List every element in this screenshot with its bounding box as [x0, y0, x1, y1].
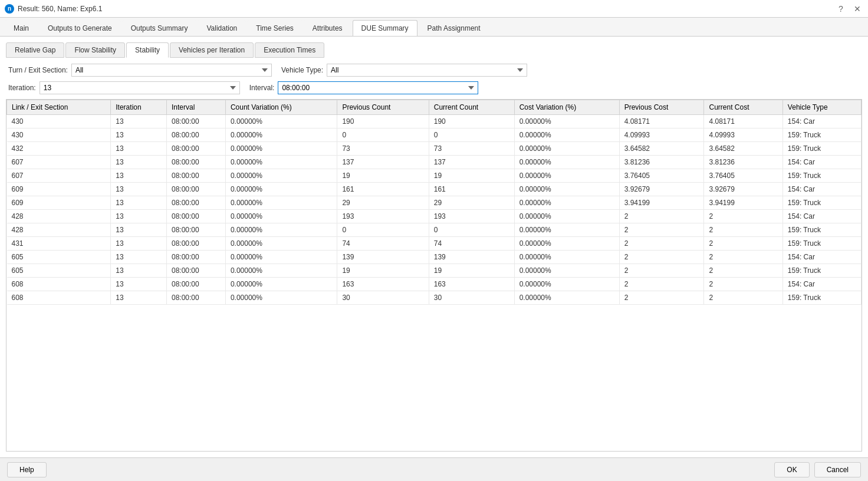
table-cell-12-4: 163	[337, 278, 429, 291]
main-tab-main[interactable]: Main	[5, 20, 38, 36]
table-row: 6091308:00:000.00000%29290.00000%3.94199…	[7, 196, 862, 210]
turn-exit-section-group: Turn / Exit Section: All	[8, 64, 272, 77]
table-cell-8-1: 13	[111, 223, 167, 237]
sub-tab-vehicles-per-iteration[interactable]: Vehicles per Iteration	[170, 42, 254, 58]
table-header-7: Previous Cost	[619, 100, 704, 115]
table-cell-11-6: 0.00000%	[514, 264, 619, 278]
table-cell-1-2: 08:00:00	[166, 129, 225, 142]
table-cell-13-5: 30	[429, 291, 514, 305]
iteration-label: Iteration:	[8, 84, 36, 92]
sub-tab-execution-times[interactable]: Execution Times	[255, 42, 324, 58]
table-header-row: Link / Exit SectionIterationIntervalCoun…	[7, 100, 862, 115]
content-area: Relative GapFlow StabilityStabilityVehic…	[0, 37, 868, 457]
table-header-9: Vehicle Type	[782, 100, 861, 115]
table-cell-10-5: 139	[429, 251, 514, 264]
table-cell-12-1: 13	[111, 278, 167, 291]
table-cell-12-3: 0.00000%	[225, 278, 337, 291]
sub-tab-flow-stability[interactable]: Flow Stability	[65, 42, 125, 58]
table-cell-8-3: 0.00000%	[225, 223, 337, 237]
main-tab-outputs-to-generate[interactable]: Outputs to Generate	[39, 20, 121, 36]
table-cell-8-9: 159: Truck	[782, 223, 861, 237]
table-row: 4311308:00:000.00000%74740.00000%22159: …	[7, 237, 862, 251]
title-bar-buttons: ? ✕	[835, 3, 863, 15]
table-cell-9-5: 74	[429, 237, 514, 251]
table-cell-1-9: 159: Truck	[782, 129, 861, 142]
main-tab-path-assignment[interactable]: Path Assignment	[419, 20, 489, 36]
help-button[interactable]: Help	[7, 462, 47, 477]
table-cell-5-2: 08:00:00	[166, 183, 225, 196]
table-cell-8-4: 0	[337, 223, 429, 237]
table-cell-7-5: 193	[429, 210, 514, 223]
table-cell-3-6: 0.00000%	[514, 156, 619, 169]
table-cell-9-6: 0.00000%	[514, 237, 619, 251]
table-cell-6-0: 609	[7, 196, 111, 210]
table-cell-12-5: 163	[429, 278, 514, 291]
table-cell-4-4: 19	[337, 169, 429, 183]
table-cell-1-0: 430	[7, 129, 111, 142]
table-header-0: Link / Exit Section	[7, 100, 111, 115]
main-tab-due-summary[interactable]: DUE Summary	[353, 20, 417, 36]
table-cell-0-1: 13	[111, 115, 167, 129]
close-title-button[interactable]: ✕	[851, 3, 863, 15]
table-cell-9-8: 2	[704, 237, 782, 251]
sub-tab-relative-gap[interactable]: Relative Gap	[6, 42, 64, 58]
bottom-bar: Help OK Cancel	[0, 457, 868, 481]
table-header-4: Previous Count	[337, 100, 429, 115]
data-table-container: Link / Exit SectionIterationIntervalCoun…	[6, 99, 862, 452]
table-row: 6071308:00:000.00000%1371370.00000%3.812…	[7, 156, 862, 169]
main-tab-time-series[interactable]: Time Series	[247, 20, 303, 36]
table-cell-10-4: 139	[337, 251, 429, 264]
table-cell-3-2: 08:00:00	[166, 156, 225, 169]
main-tab-attributes[interactable]: Attributes	[304, 20, 351, 36]
table-cell-7-9: 154: Car	[782, 210, 861, 223]
vehicle-type-label: Vehicle Type:	[281, 66, 323, 74]
table-cell-1-4: 0	[337, 129, 429, 142]
table-cell-10-3: 0.00000%	[225, 251, 337, 264]
table-cell-8-0: 428	[7, 223, 111, 237]
table-cell-1-8: 4.09993	[704, 129, 782, 142]
ok-button[interactable]: OK	[774, 462, 809, 477]
table-cell-5-5: 161	[429, 183, 514, 196]
table-cell-13-3: 0.00000%	[225, 291, 337, 305]
table-cell-13-8: 2	[704, 291, 782, 305]
table-cell-3-4: 137	[337, 156, 429, 169]
table-cell-9-2: 08:00:00	[166, 237, 225, 251]
table-cell-7-8: 2	[704, 210, 782, 223]
table-cell-0-8: 4.08171	[704, 115, 782, 129]
table-cell-13-7: 2	[619, 291, 704, 305]
table-cell-10-7: 2	[619, 251, 704, 264]
table-cell-10-0: 605	[7, 251, 111, 264]
table-cell-4-3: 0.00000%	[225, 169, 337, 183]
iteration-group: Iteration: 13	[8, 81, 240, 94]
table-cell-12-0: 608	[7, 278, 111, 291]
data-table: Link / Exit SectionIterationIntervalCoun…	[6, 100, 862, 305]
table-cell-12-8: 2	[704, 278, 782, 291]
table-cell-11-5: 19	[429, 264, 514, 278]
table-cell-1-7: 4.09993	[619, 129, 704, 142]
help-title-button[interactable]: ?	[835, 3, 847, 15]
interval-select[interactable]: 08:00:00	[278, 81, 478, 94]
vehicle-type-select[interactable]: All	[327, 64, 527, 77]
table-cell-4-9: 159: Truck	[782, 169, 861, 183]
title-bar-title: Result: 560, Name: Exp6.1	[18, 5, 102, 13]
table-cell-4-2: 08:00:00	[166, 169, 225, 183]
table-cell-12-9: 154: Car	[782, 278, 861, 291]
sub-tab-stability[interactable]: Stability	[126, 42, 169, 58]
table-cell-3-7: 3.81236	[619, 156, 704, 169]
table-cell-8-6: 0.00000%	[514, 223, 619, 237]
vehicle-type-group: Vehicle Type: All	[281, 64, 527, 77]
table-cell-2-8: 3.64582	[704, 142, 782, 156]
table-cell-13-6: 0.00000%	[514, 291, 619, 305]
table-cell-5-1: 13	[111, 183, 167, 196]
table-cell-5-6: 0.00000%	[514, 183, 619, 196]
turn-exit-section-select[interactable]: All	[71, 64, 272, 77]
table-cell-13-0: 608	[7, 291, 111, 305]
table-cell-1-5: 0	[429, 129, 514, 142]
table-cell-0-4: 190	[337, 115, 429, 129]
table-cell-3-8: 3.81236	[704, 156, 782, 169]
cancel-button[interactable]: Cancel	[814, 462, 861, 477]
iteration-select[interactable]: 13	[40, 81, 240, 94]
main-tab-outputs-summary[interactable]: Outputs Summary	[122, 20, 197, 36]
main-tab-validation[interactable]: Validation	[198, 20, 246, 36]
table-cell-12-6: 0.00000%	[514, 278, 619, 291]
